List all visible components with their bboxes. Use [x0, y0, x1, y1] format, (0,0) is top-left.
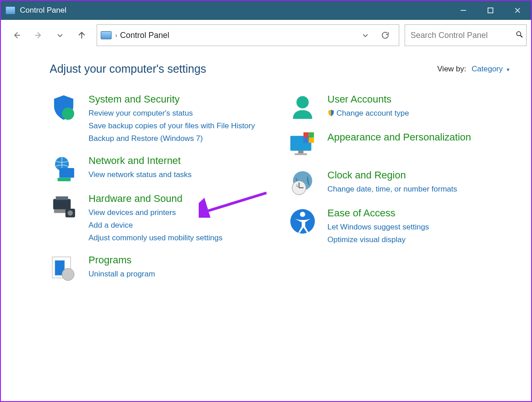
search-input[interactable] — [411, 31, 515, 40]
category-link[interactable]: Optimize visual display — [327, 234, 429, 246]
forward-button[interactable] — [29, 26, 48, 45]
category-programs: Programs Uninstall a program — [50, 254, 271, 282]
svg-rect-27 — [303, 138, 309, 143]
address-dropdown-button[interactable] — [355, 32, 375, 39]
category-title[interactable]: Clock and Region — [327, 169, 457, 181]
categories-left: System and Security Review your computer… — [50, 93, 271, 292]
category-link[interactable]: Change account type — [327, 107, 409, 121]
category-title[interactable]: Hardware and Sound — [89, 193, 223, 205]
content-area: Adjust your computer's settings View by:… — [1, 50, 531, 401]
nav-bar: › Control Panel — [1, 20, 531, 50]
monitor-colors-icon — [289, 131, 317, 159]
svg-rect-25 — [303, 132, 309, 138]
category-system-security: System and Security Review your computer… — [50, 93, 271, 145]
categories-right: User Accounts Change account type — [289, 93, 509, 292]
caret-down-icon: ▾ — [507, 66, 509, 73]
search-box[interactable] — [405, 24, 527, 46]
svg-point-17 — [68, 210, 73, 216]
category-title[interactable]: System and Security — [89, 93, 255, 105]
control-panel-icon — [5, 6, 15, 14]
svg-rect-24 — [295, 153, 307, 155]
svg-rect-14 — [56, 196, 68, 200]
svg-rect-12 — [57, 178, 70, 181]
minimize-button[interactable] — [450, 1, 477, 20]
category-title[interactable]: Ease of Access — [327, 207, 429, 219]
link-text: Change account type — [336, 109, 409, 117]
svg-rect-11 — [59, 168, 74, 178]
up-button[interactable] — [72, 26, 91, 45]
svg-text:L: L — [296, 183, 299, 188]
viewby-value: Category — [471, 65, 503, 73]
category-ease-of-access: Ease of Access Let Windows suggest setti… — [289, 207, 509, 246]
category-link[interactable]: Add a device — [89, 219, 223, 232]
category-link[interactable]: View network status and tasks — [89, 168, 191, 181]
category-network-internet: Network and Internet View network status… — [50, 155, 271, 183]
svg-rect-26 — [309, 132, 314, 138]
category-appearance: Appearance and Personalization — [289, 131, 509, 159]
viewby-dropdown[interactable]: Category ▾ — [471, 65, 509, 74]
accessibility-icon — [289, 207, 317, 235]
svg-line-8 — [520, 35, 523, 37]
svg-point-21 — [296, 96, 308, 108]
user-icon — [289, 93, 317, 122]
category-link[interactable]: Change date, time, or number formats — [327, 183, 457, 196]
category-link[interactable]: Review your computer's status — [89, 107, 255, 120]
page-heading: Adjust your computer's settings — [50, 62, 206, 75]
programs-icon — [50, 254, 78, 282]
category-clock-region: L Clock and Region Change date, time, or… — [289, 169, 509, 197]
close-button[interactable] — [504, 1, 531, 20]
svg-point-35 — [300, 212, 305, 217]
category-hardware-sound: Hardware and Sound View devices and prin… — [50, 193, 271, 244]
category-link[interactable]: Save backup copies of your files with Fi… — [89, 120, 255, 132]
breadcrumb-item[interactable]: Control Panel — [120, 31, 169, 40]
recent-locations-button[interactable] — [51, 26, 70, 45]
svg-rect-1 — [488, 8, 493, 13]
category-title[interactable]: Network and Internet — [89, 155, 191, 167]
category-title[interactable]: Programs — [89, 254, 155, 266]
printer-camera-icon — [50, 193, 78, 221]
clock-globe-icon: L — [289, 169, 317, 197]
svg-rect-13 — [53, 199, 71, 210]
category-link[interactable]: Backup and Restore (Windows 7) — [89, 132, 255, 145]
svg-rect-28 — [309, 138, 314, 143]
globe-network-icon — [50, 155, 78, 183]
category-user-accounts: User Accounts Change account type — [289, 93, 509, 122]
category-title[interactable]: Appearance and Personalization — [327, 131, 471, 143]
svg-rect-23 — [298, 151, 303, 154]
svg-point-20 — [62, 268, 74, 280]
category-link[interactable]: Uninstall a program — [89, 268, 155, 280]
category-title[interactable]: User Accounts — [327, 93, 409, 105]
viewby-label: View by: — [437, 65, 466, 74]
breadcrumb-separator-icon: › — [115, 32, 117, 39]
title-bar: Control Panel — [1, 1, 531, 20]
address-bar[interactable]: › Control Panel — [97, 24, 399, 46]
uac-shield-icon — [327, 108, 335, 121]
refresh-button[interactable] — [375, 31, 395, 40]
search-icon[interactable] — [515, 30, 523, 41]
maximize-button[interactable] — [477, 1, 504, 20]
category-link[interactable]: View devices and printers — [89, 206, 223, 219]
category-link[interactable]: Let Windows suggest settings — [327, 221, 429, 234]
shield-icon — [50, 93, 78, 122]
control-panel-icon — [101, 31, 112, 39]
back-button[interactable] — [7, 26, 26, 45]
category-link[interactable]: Adjust commonly used mobility settings — [89, 232, 223, 244]
svg-point-7 — [517, 32, 521, 36]
svg-point-9 — [62, 108, 74, 120]
window-title: Control Panel — [20, 6, 66, 15]
